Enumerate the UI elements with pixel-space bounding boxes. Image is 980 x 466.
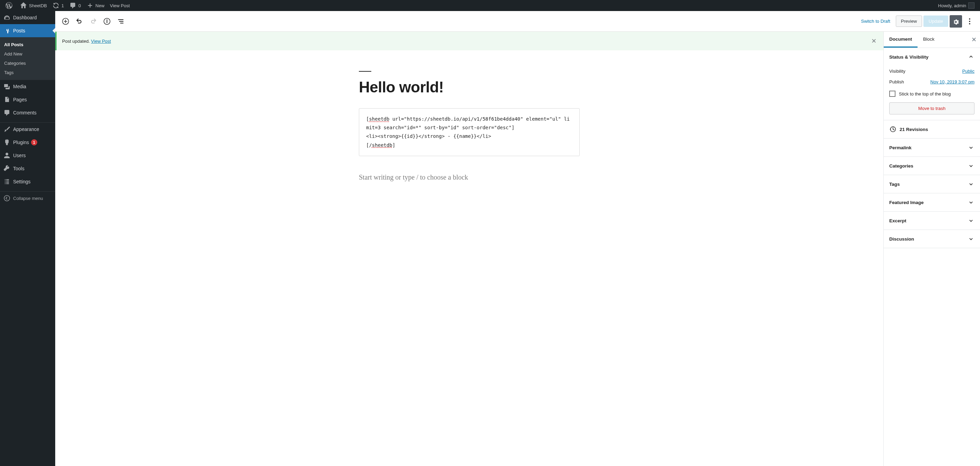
chevron-down-icon: [967, 162, 974, 169]
editor-canvas[interactable]: Post updated. View Post ✕ Hello world! […: [55, 32, 883, 466]
comment-icon: [69, 2, 76, 9]
media-icon: [3, 83, 10, 90]
history-icon: [889, 126, 896, 133]
chevron-down-icon: [967, 199, 974, 206]
menu-tools[interactable]: Tools: [0, 162, 55, 175]
publish-date-link[interactable]: Nov 10, 2019 3:07 pm: [930, 79, 974, 84]
admin-bar: SheetDB 1 0 New View Post Howdy, admin: [0, 0, 980, 11]
list-icon: [117, 17, 125, 25]
update-button[interactable]: Update: [923, 16, 948, 27]
svg-point-5: [969, 23, 970, 24]
settings-panel-toggle[interactable]: [950, 15, 962, 28]
comments-icon: [3, 109, 10, 116]
submenu-categories[interactable]: Categories: [0, 59, 55, 68]
revisions-link[interactable]: 21 Revisions: [884, 120, 980, 138]
plugin-icon: [3, 139, 10, 146]
chevron-down-icon: [967, 144, 974, 151]
dots-icon: [966, 17, 974, 25]
tab-block[interactable]: Block: [918, 32, 940, 48]
section-discussion[interactable]: Discussion: [884, 230, 980, 248]
settings-icon: [3, 178, 10, 185]
visibility-row: Visibility Public: [889, 66, 974, 76]
submenu-all-posts[interactable]: All Posts: [0, 40, 55, 49]
preview-button[interactable]: Preview: [896, 16, 922, 27]
more-options-button[interactable]: [963, 15, 976, 28]
menu-comments[interactable]: Comments: [0, 106, 55, 119]
undo-button[interactable]: [73, 15, 86, 28]
view-post-top[interactable]: View Post: [107, 0, 133, 11]
redo-button[interactable]: [87, 15, 99, 28]
add-block-button[interactable]: [59, 15, 72, 28]
appearance-icon: [3, 126, 10, 133]
switch-to-draft-button[interactable]: Switch to Draft: [857, 16, 894, 27]
menu-appearance[interactable]: Appearance: [0, 123, 55, 136]
sticky-checkbox-row[interactable]: Stick to the top of the blog: [889, 87, 974, 102]
move-to-trash-button[interactable]: Move to trash: [889, 102, 974, 114]
plugins-badge: 1: [31, 139, 37, 146]
dismiss-notice-button[interactable]: ✕: [870, 36, 878, 46]
plus-circle-icon: [61, 17, 70, 25]
site-name[interactable]: SheetDB: [17, 0, 50, 11]
pages-icon: [3, 96, 10, 103]
new-block-placeholder[interactable]: Start writing or type / to choose a bloc…: [359, 173, 580, 181]
publish-row: Publish Nov 10, 2019 3:07 pm: [889, 76, 974, 87]
refresh-icon: [52, 2, 59, 9]
menu-settings[interactable]: Settings: [0, 175, 55, 188]
avatar-icon: [968, 2, 974, 9]
dashboard-icon: [3, 14, 10, 21]
updates[interactable]: 1: [50, 0, 67, 11]
tools-icon: [3, 165, 10, 172]
undo-icon: [75, 17, 84, 25]
settings-panel: Document Block ✕ Status & Visibility Vis…: [883, 32, 980, 466]
menu-posts[interactable]: Posts: [0, 24, 55, 37]
svg-point-4: [969, 21, 970, 22]
outline-button[interactable]: [115, 15, 127, 28]
notice-text: Post updated.: [62, 39, 91, 44]
submenu-posts: All Posts Add New Categories Tags: [0, 37, 55, 80]
users-icon: [3, 152, 10, 159]
menu-plugins[interactable]: Plugins 1: [0, 136, 55, 149]
notice-view-post-link[interactable]: View Post: [91, 39, 111, 44]
comments-count[interactable]: 0: [67, 0, 84, 11]
section-categories[interactable]: Categories: [884, 157, 980, 175]
chevron-down-icon: [967, 217, 974, 224]
plus-icon: [87, 2, 94, 9]
redo-icon: [89, 17, 97, 25]
gear-icon: [952, 17, 959, 25]
new-content[interactable]: New: [84, 0, 107, 11]
wp-logo[interactable]: [3, 0, 17, 11]
tab-document[interactable]: Document: [884, 32, 918, 48]
home-icon: [20, 2, 27, 9]
section-excerpt[interactable]: Excerpt: [884, 212, 980, 230]
wordpress-icon: [6, 2, 13, 9]
section-status-visibility[interactable]: Status & Visibility: [884, 48, 980, 66]
admin-sidebar: Dashboard Posts All Posts Add New Catego…: [0, 11, 55, 466]
content-info-button[interactable]: [101, 15, 113, 28]
visibility-link[interactable]: Public: [963, 68, 974, 74]
success-notice: Post updated. View Post ✕: [55, 32, 883, 50]
close-settings-button[interactable]: ✕: [971, 36, 977, 43]
my-account[interactable]: Howdy, admin: [935, 0, 977, 11]
shortcode-block[interactable]: [sheetdb url="https://sheetdb.io/api/v1/…: [359, 108, 580, 156]
chevron-down-icon: [967, 181, 974, 187]
collapse-icon: [3, 195, 10, 201]
chevron-down-icon: [967, 235, 974, 242]
sticky-checkbox[interactable]: [889, 90, 896, 97]
menu-media[interactable]: Media: [0, 80, 55, 93]
post-title[interactable]: Hello world!: [359, 79, 580, 96]
chevron-up-icon: [967, 54, 974, 60]
menu-dashboard[interactable]: Dashboard: [0, 11, 55, 24]
collapse-menu[interactable]: Collapse menu: [0, 192, 55, 205]
submenu-add-new[interactable]: Add New: [0, 49, 55, 59]
svg-point-3: [969, 18, 970, 20]
submenu-tags[interactable]: Tags: [0, 68, 55, 77]
pin-icon: [3, 27, 10, 34]
menu-pages[interactable]: Pages: [0, 93, 55, 106]
title-decoration: [359, 71, 371, 72]
section-permalink[interactable]: Permalink: [884, 139, 980, 157]
info-icon: [103, 17, 111, 25]
menu-users[interactable]: Users: [0, 149, 55, 162]
section-featured-image[interactable]: Featured Image: [884, 193, 980, 211]
section-tags[interactable]: Tags: [884, 175, 980, 193]
editor-toolbar: Switch to Draft Preview Update: [55, 11, 980, 32]
